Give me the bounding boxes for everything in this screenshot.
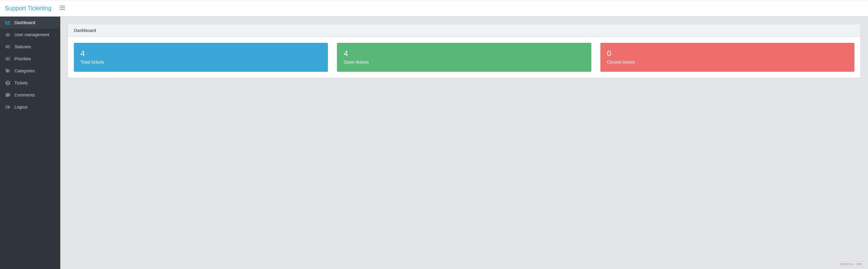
stat-value: 0: [607, 49, 848, 58]
sidebar-item-label: Dashboard: [14, 20, 35, 25]
sidebar-item-logout[interactable]: Logout: [0, 101, 60, 113]
tags-icon: [5, 68, 11, 73]
sidebar-item-statuses[interactable]: Statuses: [0, 41, 60, 53]
stat-label: Closed tickets: [607, 59, 848, 64]
dashboard-card: Dashboard 4Total tickets4Open tickets0Cl…: [67, 24, 861, 78]
sidebar-item-tickets[interactable]: Tickets: [0, 77, 60, 89]
sidebar-item-label: Categories: [14, 68, 35, 73]
sidebar: DashboardUser management‹StatusesPriorit…: [0, 17, 60, 269]
sidebar-item-user-management[interactable]: User management‹: [0, 29, 60, 41]
sidebar-item-dashboard[interactable]: Dashboard: [0, 17, 60, 29]
dashboard-icon: [5, 20, 11, 25]
sidebar-item-label: Comments: [14, 93, 35, 97]
question-icon: [5, 81, 11, 85]
stat-value: 4: [81, 49, 321, 58]
stats-row: 4Total tickets4Open tickets0Closed ticke…: [74, 43, 855, 72]
sidebar-item-label: Tickets: [14, 81, 28, 85]
stat-card-closed-tickets: 0Closed tickets: [600, 43, 855, 72]
sidebar-item-comments[interactable]: Comments: [0, 89, 60, 101]
sidebar-item-priorities[interactable]: Priorities: [0, 53, 60, 65]
stat-card-open-tickets: 4Open tickets: [337, 43, 591, 72]
topbar: Support Ticketing: [0, 0, 868, 17]
cogs-icon: [5, 44, 11, 49]
sidebar-item-label: Logout: [14, 104, 27, 110]
sidebar-item-label: Priorities: [14, 56, 31, 61]
main-content: Dashboard 4Total tickets4Open tickets0Cl…: [60, 17, 868, 269]
page-title: Dashboard: [74, 28, 96, 33]
users-icon: [5, 32, 11, 37]
menu-toggle-button[interactable]: [58, 3, 67, 13]
hamburger-icon: [59, 8, 66, 12]
card-body: 4Total tickets4Open tickets0Closed ticke…: [68, 37, 861, 78]
watermark: codelov.com: [837, 262, 864, 267]
cogs-icon: [5, 56, 11, 61]
stat-label: Total tickets: [81, 59, 321, 64]
logout-icon: [5, 104, 11, 110]
comment-icon: [5, 93, 11, 97]
sidebar-item-categories[interactable]: Categories: [0, 65, 60, 77]
card-header: Dashboard: [68, 24, 861, 37]
stat-card-total-tickets: 4Total tickets: [74, 43, 328, 72]
stat-value: 4: [344, 49, 584, 58]
sidebar-item-label: User management: [14, 32, 49, 37]
brand-link[interactable]: Support Ticketing: [5, 5, 52, 12]
sidebar-item-label: Statuses: [14, 44, 31, 49]
stat-label: Open tickets: [344, 59, 584, 64]
chevron-left-icon: ‹: [55, 33, 56, 36]
